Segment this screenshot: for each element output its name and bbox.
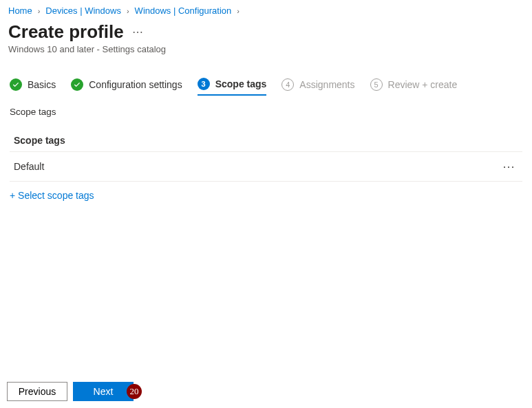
breadcrumb-home[interactable]: Home <box>8 6 32 16</box>
step-scope-tags[interactable]: 3 Scope tags <box>198 78 267 96</box>
table-row: Default ⋯ <box>10 152 522 182</box>
next-button[interactable]: Next <box>73 382 134 401</box>
step-label: Configuration settings <box>89 79 182 90</box>
breadcrumb: Home › Devices | Windows › Windows | Con… <box>0 0 532 19</box>
step-label: Basics <box>28 79 56 90</box>
wizard-steps: Basics Configuration settings 3 Scope ta… <box>0 68 532 101</box>
card-header: Scope tags <box>10 129 522 152</box>
breadcrumb-windows-configuration[interactable]: Windows | Configuration <box>135 6 232 16</box>
select-scope-tags-link[interactable]: + Select scope tags <box>10 190 94 201</box>
chevron-right-icon: › <box>127 7 129 15</box>
step-assignments[interactable]: 4 Assignments <box>281 78 354 95</box>
check-icon <box>71 78 83 91</box>
row-more-icon[interactable]: ⋯ <box>500 159 518 174</box>
step-number-badge: 3 <box>198 78 210 90</box>
more-icon[interactable]: ⋯ <box>132 25 144 39</box>
previous-button[interactable]: Previous <box>7 382 67 401</box>
step-review-create[interactable]: 5 Review + create <box>370 78 458 95</box>
step-basics[interactable]: Basics <box>10 78 56 95</box>
step-number-badge: 5 <box>370 78 383 91</box>
scope-tag-value: Default <box>14 161 44 172</box>
step-configuration-settings[interactable]: Configuration settings <box>71 78 182 95</box>
breadcrumb-devices-windows[interactable]: Devices | Windows <box>45 6 121 16</box>
annotation-badge: 20 <box>127 384 142 399</box>
wizard-footer: Previous Next 20 <box>7 382 150 401</box>
chevron-right-icon: › <box>38 7 41 15</box>
step-number-badge: 4 <box>281 78 294 91</box>
check-icon <box>10 78 22 91</box>
step-label: Review + create <box>388 79 458 90</box>
scope-tags-card: Scope tags Default ⋯ <box>10 129 522 182</box>
step-label: Assignments <box>299 79 354 90</box>
section-summary-label: Scope tags <box>0 101 532 129</box>
page-subtitle: Windows 10 and later - Settings catalog <box>0 44 532 68</box>
page-title: Create profile <box>8 21 124 43</box>
step-label: Scope tags <box>215 78 267 89</box>
chevron-right-icon: › <box>237 7 240 15</box>
